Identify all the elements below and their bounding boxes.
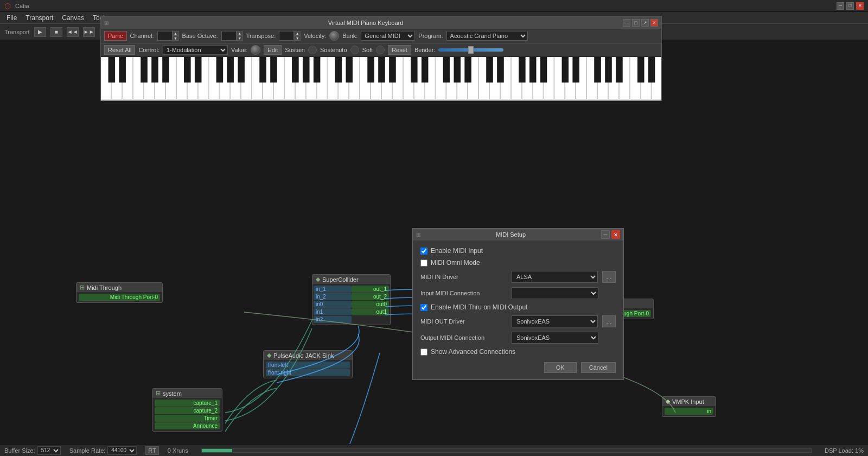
transpose-up-btn[interactable]: ▲	[294, 31, 301, 36]
transpose-input[interactable]: 0	[279, 31, 294, 41]
channel-down-btn[interactable]: ▼	[173, 36, 179, 41]
sc-port-in1b[interactable]: in1	[314, 308, 352, 315]
vmpk-in-port[interactable]: in	[665, 408, 713, 415]
sostenuto-toggle[interactable]	[350, 46, 359, 54]
sc-port-out2[interactable]: out_2	[352, 293, 390, 300]
channel-up-btn[interactable]: ▲	[173, 31, 179, 36]
svg-rect-64	[292, 57, 298, 83]
transpose-down-btn[interactable]: ▼	[294, 36, 301, 41]
midi-setup-content: Enable MIDI Input MIDI Omni Mode MIDI IN…	[413, 240, 623, 379]
sc-port-out0[interactable]: out0	[352, 301, 390, 308]
piano-keyboard[interactable]	[101, 57, 661, 100]
midi-kb-close-btn[interactable]: ✕	[650, 19, 658, 27]
node-pulse-sink-title: ◆ PulseAudio JACK Sink	[264, 351, 352, 360]
base-octave-up-btn[interactable]: ▲	[237, 31, 243, 36]
transpose-spinbox[interactable]: 0 ▲ ▼	[279, 31, 301, 41]
midi-through-1-port-0[interactable]: Midi Through Port-0	[79, 294, 160, 301]
app-minimize-btn[interactable]: ─	[837, 2, 844, 10]
base-octave-input[interactable]: 2	[221, 31, 237, 41]
bender-handle[interactable]	[468, 46, 474, 54]
output-midi-connection-select[interactable]: SonivoxEAS	[512, 332, 598, 344]
dsp-load-label: DSP Load: 1%	[825, 447, 864, 454]
menu-transport[interactable]: Transport	[21, 13, 58, 23]
system-capture-1[interactable]: capture_1	[155, 400, 220, 407]
control-select[interactable]: 1-Modulation	[163, 45, 228, 55]
reset-all-button[interactable]: Reset All	[104, 45, 135, 55]
sustain-toggle[interactable]	[308, 46, 317, 54]
transport-fast-forward-btn[interactable]: ►►	[83, 27, 95, 37]
sc-port-out1[interactable]: out_1	[352, 286, 390, 293]
menu-canvas[interactable]: Canvas	[58, 13, 88, 23]
transport-play-btn[interactable]: ▶	[34, 27, 46, 37]
svg-rect-87	[637, 57, 644, 83]
app-close-btn[interactable]: ✕	[856, 2, 864, 10]
soft-toggle[interactable]	[376, 46, 385, 54]
pulse-sink-front-right[interactable]: front-right	[266, 369, 350, 376]
bank-label: Bank:	[342, 33, 358, 39]
midi-omni-mode-checkbox[interactable]	[420, 259, 427, 267]
channel-input[interactable]: 1	[157, 31, 173, 41]
system-capture-2[interactable]: capture_2	[155, 407, 220, 414]
dialog-cancel-btn[interactable]: Cancel	[581, 362, 616, 373]
show-advanced-row: Show Advanced Connections	[420, 348, 616, 356]
base-octave-down-btn[interactable]: ▼	[237, 36, 243, 41]
node-system-input[interactable]: ⊞ system capture_1 capture_2 Timer Annou…	[152, 388, 222, 432]
svg-rect-66	[314, 57, 320, 83]
node-pulse-sink[interactable]: ◆ PulseAudio JACK Sink front-left front-…	[263, 350, 353, 378]
channel-spinbox[interactable]: 1 ▲ ▼	[157, 31, 179, 41]
panic-button[interactable]: Panic	[104, 31, 127, 41]
midi-toolbar-row2: Reset All Control: 1-Modulation Value: E…	[101, 43, 661, 57]
dialog-ok-btn[interactable]: OK	[544, 362, 577, 373]
transport-stop-btn[interactable]: ■	[50, 27, 62, 37]
value-knob[interactable]	[251, 45, 260, 55]
velocity-knob[interactable]	[329, 31, 339, 41]
show-advanced-checkbox[interactable]	[420, 349, 427, 356]
pulse-sink-label: PulseAudio JACK Sink	[273, 352, 334, 359]
midi-keyboard-window: ⊞ Virtual MIDI Piano Keyboard ─ □ ↗ ✕ Pa…	[100, 16, 662, 101]
sample-rate-select[interactable]: 44100	[107, 446, 137, 455]
transport-rewind-btn[interactable]: ◄◄	[67, 27, 79, 37]
vmpk-icon: ◆	[666, 398, 670, 405]
system-announce[interactable]: Announce	[155, 422, 220, 429]
node-system-input-title: ⊞ system	[152, 389, 222, 398]
system-input-icon: ⊞	[156, 390, 161, 397]
edit-button[interactable]: Edit	[264, 45, 282, 55]
svg-rect-59	[216, 57, 223, 83]
svg-rect-58	[195, 57, 201, 83]
sc-port-in0[interactable]: in0	[314, 301, 352, 308]
menu-file[interactable]: File	[2, 13, 21, 23]
node-midi-through-1[interactable]: ⊞ Midi Through Midi Through Port-0	[76, 282, 163, 303]
svg-rect-74	[443, 57, 450, 83]
midi-in-browse-btn[interactable]: …	[602, 271, 616, 283]
midi-setup-minimize-btn[interactable]: ─	[601, 230, 610, 239]
midi-kb-minimize-btn[interactable]: ─	[623, 19, 630, 27]
midi-out-driver-select[interactable]: SonivoxEAS	[512, 315, 598, 327]
sc-port-in1[interactable]: in_1	[314, 286, 352, 293]
node-supercollider[interactable]: ◆ SuperCollider in_1 in_2 in0 in1 in2 ou…	[312, 274, 391, 325]
enable-midi-thru-checkbox[interactable]	[420, 304, 427, 311]
node-vmpk[interactable]: ◆ VMPK Input in	[662, 396, 716, 417]
sc-port-out1b[interactable]: out1	[352, 308, 390, 315]
app-maximize-btn[interactable]: □	[846, 2, 854, 10]
midi-setup-close-btn[interactable]: ✕	[611, 230, 620, 239]
svg-rect-73	[422, 57, 428, 83]
midi-kb-restore-btn[interactable]: ↗	[641, 19, 649, 27]
midi-out-browse-btn[interactable]: …	[602, 315, 616, 327]
sc-port-in2b[interactable]: in2	[314, 316, 352, 323]
input-midi-connection-select[interactable]	[512, 287, 598, 299]
svg-rect-76	[465, 57, 471, 83]
bender-slider[interactable]	[438, 48, 503, 52]
svg-rect-55	[152, 57, 158, 83]
soft-label: Soft	[362, 47, 373, 53]
sc-port-in2[interactable]: in_2	[314, 293, 352, 300]
bank-select[interactable]: General MIDI	[361, 31, 415, 41]
midi-kb-maximize-btn[interactable]: □	[632, 19, 640, 27]
midi-in-driver-select[interactable]: ALSA	[512, 271, 598, 283]
buffer-size-select[interactable]: 512	[37, 446, 61, 455]
base-octave-spinbox[interactable]: 2 ▲ ▼	[221, 31, 243, 41]
program-select[interactable]: Acoustic Grand Piano	[446, 31, 528, 41]
reset-button[interactable]: Reset	[388, 45, 411, 55]
enable-midi-input-checkbox[interactable]	[420, 248, 427, 255]
pulse-sink-front-left[interactable]: front-left	[266, 362, 350, 369]
system-timer[interactable]: Timer	[155, 415, 220, 422]
